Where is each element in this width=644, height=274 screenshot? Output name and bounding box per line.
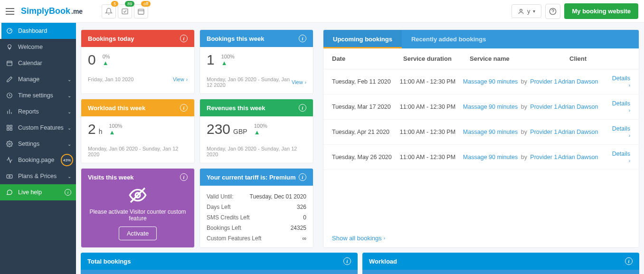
client-link[interactable]: Adrian Dawson <box>558 78 598 85</box>
info-icon[interactable]: i <box>299 173 306 181</box>
provider-link[interactable]: Provider 1 <box>530 129 557 135</box>
card-title: Your current tariff is: Premium <box>207 174 296 181</box>
menu-toggle-icon[interactable] <box>6 6 17 17</box>
card-title: Bookings today <box>88 35 134 42</box>
trend-up-icon: ▲ <box>103 59 109 66</box>
info-icon[interactable]: i <box>180 173 188 181</box>
user-label: y <box>527 8 530 15</box>
provider-link[interactable]: Provider 1 <box>530 78 557 85</box>
tariff-key: Days Left <box>207 204 231 210</box>
notifications-icon[interactable]: 5 <box>102 4 116 19</box>
card-title: Total bookings <box>87 258 131 265</box>
app-header: SimplyBook .me 5 89 off y ▾ My booking w… <box>0 0 644 23</box>
activate-button[interactable]: Activate <box>119 227 157 240</box>
tariff-key: SMS Credits Left <box>207 214 250 221</box>
chevron-down-icon: ⌄ <box>67 77 71 82</box>
col-header-duration: Service duration <box>403 55 470 62</box>
progress-circle: 43% <box>61 154 73 166</box>
tasks-icon[interactable]: 89 <box>118 4 132 19</box>
main-content: Bookings today i 0 0% ▲ Friday <box>76 23 644 274</box>
booking-row: Tuesday, Apr 21 202011:00 AM - 12:30 PMM… <box>323 120 639 145</box>
svg-rect-7 <box>7 61 12 66</box>
card-bookings-week: Bookings this week i 1 100% ▲ <box>199 29 313 94</box>
details-link[interactable]: Details › <box>612 125 630 139</box>
details-link[interactable]: Details › <box>612 151 630 164</box>
by-text: by <box>519 154 529 161</box>
card-revenues: Revenues this week i 230GBP 100% ▲ <box>199 99 313 163</box>
sidebar-item-calendar[interactable]: Calendar <box>0 55 76 71</box>
client-link[interactable]: Adrian Dawson <box>558 129 598 135</box>
svg-point-19 <box>9 176 10 177</box>
card-pct: 100% <box>109 123 122 129</box>
sidebar-item-reports[interactable]: Reports⌄ <box>0 104 76 120</box>
svg-rect-13 <box>7 125 9 127</box>
view-link[interactable]: View › <box>292 79 306 85</box>
sidebar-item-label: Welcome <box>18 44 43 50</box>
sidebar-item-manage[interactable]: Manage⌄ <box>0 71 76 87</box>
tariff-row: Days Left326 <box>207 202 306 212</box>
provider-link[interactable]: Provider 1 <box>530 154 557 161</box>
info-icon[interactable]: i <box>180 104 188 112</box>
details-link[interactable]: Details › <box>612 75 630 88</box>
card-workload-chart: Workload i <box>362 253 639 274</box>
service-link[interactable]: Massage 90 minutes <box>463 104 518 110</box>
tab-recent[interactable]: Recently added bookings <box>402 30 495 48</box>
chevron-down-icon: ⌄ <box>67 142 71 147</box>
svg-rect-0 <box>122 9 128 14</box>
client-link[interactable]: Adrian Dawson <box>558 104 598 110</box>
sidebar-item-label: Live help <box>18 189 42 196</box>
calendar-icon <box>6 60 13 66</box>
show-all-link[interactable]: Show all bookings › <box>332 235 630 242</box>
booking-website-button[interactable]: My booking website <box>564 3 638 19</box>
bulb-icon <box>6 44 13 50</box>
svg-point-3 <box>520 9 522 11</box>
calendar-shortcut-icon[interactable]: off <box>134 4 148 19</box>
info-icon[interactable]: i <box>299 104 306 112</box>
info-icon[interactable]: i <box>625 257 633 265</box>
sidebar-item-live-help[interactable]: Live helpi <box>0 184 76 200</box>
tariff-row: Custom Features Left∞ <box>207 233 306 244</box>
service-link[interactable]: Massage 90 minutes <box>463 154 518 161</box>
money-icon <box>6 173 13 180</box>
view-link[interactable]: View › <box>173 76 188 82</box>
provider-link[interactable]: Provider 1 <box>530 104 557 110</box>
gear-icon <box>6 141 13 147</box>
col-header-service: Service name <box>470 55 569 62</box>
user-menu-button[interactable]: y ▾ <box>511 4 542 18</box>
sidebar-item-time-settings[interactable]: Time settings⌄ <box>0 87 76 104</box>
sidebar-item-plans-prices[interactable]: Plans & Prices⌄ <box>0 168 76 184</box>
sidebar-item-label: Reports <box>18 108 39 115</box>
sidebar-item-dashboard[interactable]: Dashboard <box>0 23 76 39</box>
cell-date: Tuesday, May 26 2020 <box>332 154 400 161</box>
info-icon[interactable]: i <box>180 35 188 42</box>
sidebar-item-booking-page[interactable]: Booking.page43% <box>0 152 76 168</box>
client-link[interactable]: Adrian Dawson <box>558 154 598 161</box>
sidebar-item-custom-features[interactable]: Custom Features⌄ <box>0 120 76 136</box>
svg-rect-1 <box>138 9 144 14</box>
info-icon[interactable]: i <box>299 35 306 42</box>
tariff-key: Valid Until: <box>207 193 233 200</box>
sidebar-item-label: Manage <box>18 76 39 83</box>
by-text: by <box>519 129 529 135</box>
cell-date: Tuesday, Mar 17 2020 <box>332 104 400 110</box>
chevron-down-icon: ⌄ <box>67 93 71 98</box>
tariff-value: 0 <box>303 214 306 221</box>
card-value: 2h <box>88 121 102 137</box>
app-logo[interactable]: SimplyBook .me <box>21 6 83 16</box>
card-workload: Workload this week i 2h 100% ▲ <box>81 99 195 163</box>
cell-date: Tuesday, Feb 11 2020 <box>332 78 400 85</box>
clock-icon <box>6 92 13 99</box>
sidebar-item-label: Time settings <box>18 92 53 99</box>
tariff-row: Valid Until:Tuesday, Dec 01 2020 <box>207 191 306 202</box>
booking-row: Tuesday, May 26 202011:00 AM - 12:30 PMM… <box>323 145 639 170</box>
info-icon[interactable]: i <box>65 189 71 196</box>
help-button[interactable] <box>545 4 560 19</box>
service-link[interactable]: Massage 90 minutes <box>463 129 518 135</box>
sidebar-item-settings[interactable]: Settings⌄ <box>0 136 76 152</box>
sidebar-item-welcome[interactable]: Welcome <box>0 39 76 55</box>
details-link[interactable]: Details › <box>612 100 630 113</box>
service-link[interactable]: Massage 90 minutes <box>463 78 518 85</box>
tab-upcoming[interactable]: Upcoming bookings <box>323 30 402 48</box>
info-icon[interactable]: i <box>343 257 351 265</box>
tariff-value: 326 <box>297 204 306 210</box>
